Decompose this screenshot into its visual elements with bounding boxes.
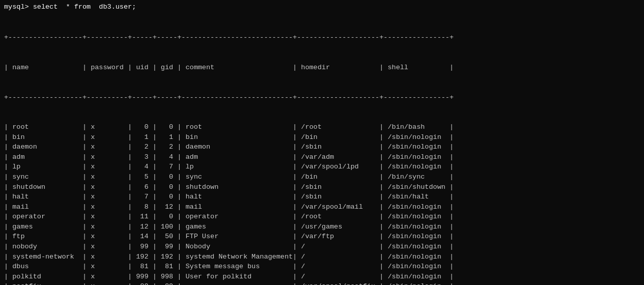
terminal-window: mysql> select * from db3.user; +--------… <box>0 0 644 285</box>
table-row: | systemd-network | x | 192 | 192 | syst… <box>4 252 640 262</box>
table-output: +------------------+----------+-----+---… <box>4 13 640 285</box>
table-row: | sync | x | 5 | 0 | sync | /bin | /bin/… <box>4 172 640 182</box>
table-row: | daemon | x | 2 | 2 | daemon | /sbin | … <box>4 142 640 152</box>
command-line: mysql> select * from db3.user; <box>4 3 640 11</box>
table-row: | dbus | x | 81 | 81 | System message bu… <box>4 262 640 272</box>
table-row: | bin | x | 1 | 1 | bin | /bin | /sbin/n… <box>4 132 640 142</box>
table-row: | root | x | 0 | 0 | root | /root | /bin… <box>4 122 640 132</box>
table-header: | name | password | uid | gid | comment … <box>4 63 640 73</box>
table-row: | postfix | x | 89 | 89 | | /var/spool/p… <box>4 281 640 285</box>
separator-mid: +------------------+----------+-----+---… <box>4 93 640 103</box>
table-row: | adm | x | 3 | 4 | adm | /var/adm | /sb… <box>4 152 640 162</box>
table-row: | mail | x | 8 | 12 | mail | /var/spool/… <box>4 202 640 212</box>
table-row: | polkitd | x | 999 | 998 | User for pol… <box>4 272 640 282</box>
table-row: | operator | x | 11 | 0 | operator | /ro… <box>4 212 640 222</box>
table-row: | nobody | x | 99 | 99 | Nobody | / | /s… <box>4 242 640 252</box>
table-row: | games | x | 12 | 100 | games | /usr/ga… <box>4 222 640 232</box>
separator-top: +------------------+----------+-----+---… <box>4 33 640 43</box>
table-row: | ftp | x | 14 | 50 | FTP User | /var/ft… <box>4 232 640 242</box>
table-row: | shutdown | x | 6 | 0 | shutdown | /sbi… <box>4 182 640 192</box>
table-row: | lp | x | 4 | 7 | lp | /var/spool/lpd |… <box>4 162 640 172</box>
table-rows: | root | x | 0 | 0 | root | /root | /bin… <box>4 122 640 285</box>
table-row: | halt | x | 7 | 0 | halt | /sbin | /sbi… <box>4 192 640 202</box>
